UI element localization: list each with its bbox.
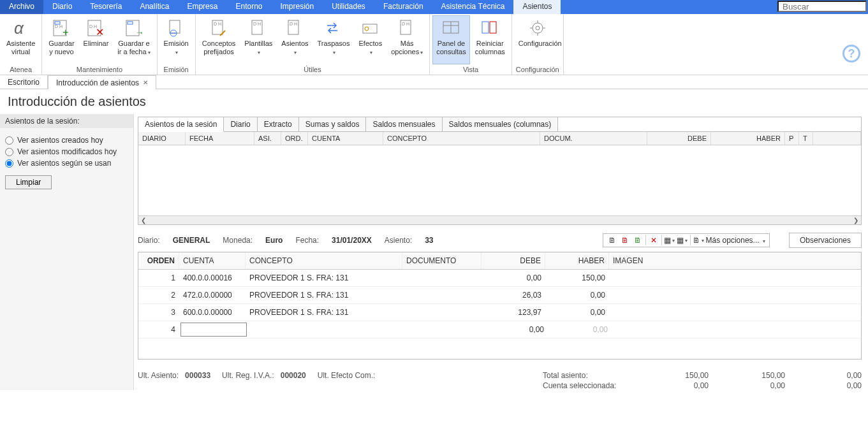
col-haber[interactable]: HABER: [711, 132, 785, 145]
cell-imagen[interactable]: [609, 287, 861, 303]
cell-cuenta[interactable]: 472.0.0.00000: [179, 287, 246, 303]
menu-diario[interactable]: Diario: [43, 0, 81, 14]
cell-documento[interactable]: [402, 304, 482, 321]
col-haber[interactable]: HABER: [545, 252, 609, 269]
radio-segun-usan[interactable]: Ver asientos según se usan: [5, 159, 128, 168]
col-ord[interactable]: ORD.: [281, 132, 308, 145]
cell-debe[interactable]: 26,03: [482, 287, 545, 303]
col-orden[interactable]: ORDEN: [138, 252, 179, 269]
tab-escritorio[interactable]: Escritorio: [0, 75, 48, 89]
cell-haber[interactable]: 0,00: [545, 304, 609, 321]
table-row[interactable]: 1 400.0.0.00016 PROVEEDOR 1 S. FRA: 131 …: [138, 270, 861, 287]
chevron-down-icon: ▾: [148, 50, 151, 55]
menu-asientos[interactable]: Asientos: [513, 0, 561, 14]
tab-sumas-saldos[interactable]: Sumas y saldos: [299, 117, 367, 131]
asistente-virtual-button[interactable]: α Asistente virtual: [3, 15, 39, 64]
col-p[interactable]: P: [785, 132, 799, 145]
mas-opciones-dropdown[interactable]: Más opciones... ▾: [706, 236, 765, 245]
menu-entorno[interactable]: Entorno: [226, 0, 271, 14]
asientos-util-button[interactable]: D H Asientos▾: [277, 15, 312, 64]
document-pencil-icon: D H: [209, 18, 229, 38]
menu-tesoreria[interactable]: Tesorería: [81, 0, 131, 14]
cell-debe[interactable]: 0,00: [484, 321, 548, 338]
col-t[interactable]: T: [799, 132, 813, 145]
emision-button[interactable]: Emisión▾: [160, 15, 193, 64]
eliminar-button[interactable]: D H✕ Eliminar: [80, 15, 113, 64]
new-doc-green-icon[interactable]: 🗎: [633, 235, 643, 245]
tab-saldos-mensuales[interactable]: Saldos mensuales: [366, 117, 442, 131]
cell-debe[interactable]: 123,97: [482, 304, 545, 321]
observaciones-button[interactable]: Observaciones: [789, 233, 862, 248]
cell-cuenta[interactable]: 400.0.0.00016: [179, 270, 246, 286]
cell-orden: 1: [138, 270, 179, 286]
cell-concepto[interactable]: PROVEEDOR 1 S. FRA: 131: [246, 270, 402, 286]
conceptos-prefijados-button[interactable]: D H Conceptos prefijados: [198, 15, 240, 64]
cell-haber[interactable]: 150,00: [545, 270, 609, 286]
cell-haber[interactable]: 0,00: [545, 287, 609, 303]
cell-documento[interactable]: [402, 287, 482, 303]
tab-extracto[interactable]: Extracto: [258, 117, 299, 131]
plantillas-button[interactable]: D H Plantillas▾: [240, 15, 276, 64]
table-row-editing[interactable]: 4 0,00 0,00: [138, 321, 861, 338]
cell-imagen[interactable]: [609, 304, 861, 321]
cuenta-input[interactable]: [180, 323, 247, 337]
col-fecha[interactable]: FECHA: [186, 132, 254, 145]
cell-cuenta[interactable]: 600.0.0.00000: [179, 304, 246, 321]
tab-diario[interactable]: Diario: [224, 117, 257, 131]
col-concepto[interactable]: CONCEPTO: [246, 252, 402, 269]
menu-analitica[interactable]: Analítica: [131, 0, 178, 14]
tool-b-icon[interactable]: ▦▾: [677, 235, 688, 245]
tab-saldos-mensuales-col[interactable]: Saldos mensuales (columnas): [443, 117, 559, 131]
limpiar-button[interactable]: Limpiar: [5, 175, 52, 189]
cell-documento[interactable]: [402, 270, 482, 286]
menu-utilidades[interactable]: Utilidades: [323, 0, 374, 14]
table-row[interactable]: 2 472.0.0.00000 PROVEEDOR 1 S. FRA: 131 …: [138, 287, 861, 304]
col-cuenta[interactable]: CUENTA: [308, 132, 383, 145]
table-row[interactable]: 3 600.0.0.00000 PROVEEDOR 1 S. FRA: 131 …: [138, 304, 861, 321]
tab-asientos-sesion[interactable]: Asientos de la sesión: [138, 117, 224, 132]
radio-creados-hoy[interactable]: Ver asientos creados hoy: [5, 136, 128, 145]
menu-asistencia[interactable]: Asistencia Técnica: [432, 0, 514, 14]
menu-facturacion[interactable]: Facturación: [374, 0, 432, 14]
col-debe[interactable]: DEBE: [647, 132, 711, 145]
cell-debe[interactable]: 0,00: [482, 270, 545, 286]
cell-documento[interactable]: [405, 321, 484, 338]
radio-modificados-hoy[interactable]: Ver asientos modificados hoy: [5, 147, 128, 156]
delete-row-icon[interactable]: ✕: [649, 235, 659, 245]
new-doc-red-icon[interactable]: 🗎: [620, 235, 630, 245]
cell-concepto[interactable]: [248, 321, 405, 338]
col-cuenta[interactable]: CUENTA: [179, 252, 246, 269]
cell-haber[interactable]: 0,00: [548, 321, 612, 338]
col-docum[interactable]: DOCUM.: [540, 132, 647, 145]
cell-concepto[interactable]: PROVEEDOR 1 S. FRA: 131: [246, 304, 402, 321]
tab-introduccion-asientos[interactable]: Introducción de asientos ✕: [48, 75, 156, 89]
panel-consultas-button[interactable]: Panel de consultas: [432, 15, 469, 64]
new-doc-icon[interactable]: 🗎: [607, 235, 617, 245]
cell-imagen[interactable]: [609, 270, 861, 286]
col-debe[interactable]: DEBE: [482, 252, 545, 269]
horizontal-scrollbar[interactable]: ❮❯: [138, 215, 861, 224]
session-grid-body[interactable]: [138, 145, 861, 215]
menu-impresion[interactable]: Impresión: [271, 0, 323, 14]
col-diario[interactable]: DIARIO: [138, 132, 186, 145]
efectos-button[interactable]: Efectos▾: [355, 15, 386, 64]
cell-imagen[interactable]: [612, 321, 861, 338]
tool-c-icon[interactable]: 🗎▾: [693, 235, 703, 245]
configuracion-button[interactable]: Configuración: [515, 15, 561, 64]
menu-empresa[interactable]: Empresa: [178, 0, 226, 14]
guardar-ir-fecha-button[interactable]: → Guardar e ir a fecha▾: [114, 15, 154, 64]
col-asi[interactable]: ASI.: [254, 132, 281, 145]
mas-opciones-button[interactable]: D H Más opciones▾: [387, 15, 427, 64]
col-imagen[interactable]: IMAGEN: [609, 252, 861, 269]
menu-archivo[interactable]: Archivo: [0, 0, 43, 14]
search-input[interactable]: [777, 1, 867, 12]
guardar-nuevo-button[interactable]: D H+ Guardar y nuevo: [45, 15, 78, 64]
reiniciar-columnas-button[interactable]: Reiniciar columnas: [471, 15, 509, 64]
traspasos-button[interactable]: Traspasos▾: [314, 15, 354, 64]
col-documento[interactable]: DOCUMENTO: [402, 252, 482, 269]
col-concepto[interactable]: CONCEPTO: [383, 132, 540, 145]
help-icon[interactable]: ?: [842, 45, 860, 62]
tool-a-icon[interactable]: ▦▾: [665, 235, 675, 245]
cell-concepto[interactable]: PROVEEDOR 1 S. FRA: 131: [246, 287, 402, 303]
close-icon[interactable]: ✕: [143, 79, 148, 86]
